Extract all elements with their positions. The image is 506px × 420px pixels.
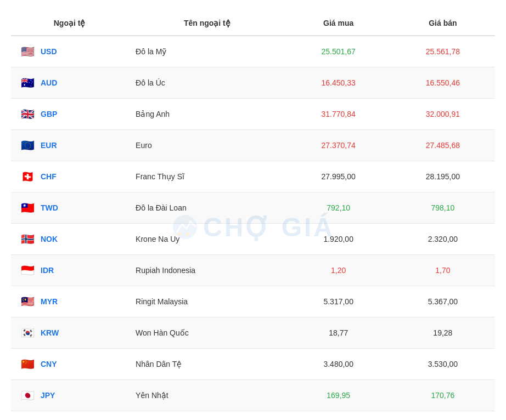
- currency-cell-cad: 🇨🇦 CAD: [11, 411, 128, 421]
- currency-name-eur: Euro: [128, 130, 286, 161]
- flag-icon-usd: 🇺🇸: [19, 43, 36, 60]
- currency-cell-krw: 🇰🇷 KRW: [11, 317, 128, 349]
- currency-cell-cny: 🇨🇳 CNY: [11, 349, 128, 380]
- table-row: 🇨🇭 CHF Franc Thụy Sĩ27.995,0028.195,00: [11, 161, 495, 192]
- currency-name-usd: Đô la Mỹ: [128, 36, 286, 67]
- buy-price-myr: 5.317,00: [286, 286, 391, 317]
- sell-price-jpy: 170,76: [391, 380, 495, 411]
- table-row: 🇨🇦 CAD Đô la Canada18.530,0018.630,00: [11, 411, 495, 421]
- table-row: 🇺🇸 USD Đô la Mỹ25.501,6725.561,78: [11, 36, 495, 67]
- table-row: 🇦🇺 AUD Đô la Úc16.450,3316.550,46: [11, 67, 495, 99]
- flag-icon-jpy: 🇯🇵: [19, 387, 36, 404]
- table-row: 🇳🇴 NOK Krone Na Uy1.920,002.320,00: [11, 224, 495, 255]
- sell-price-idr: 1,70: [391, 255, 495, 286]
- table-row: 🇲🇾 MYR Ringit Malaysia5.317,005.367,00: [11, 286, 495, 317]
- header-currency: Ngoại tệ: [11, 11, 128, 36]
- currency-cell-jpy: 🇯🇵 JPY: [11, 380, 128, 411]
- currency-name-chf: Franc Thụy Sĩ: [128, 161, 286, 192]
- currency-code-cny[interactable]: CNY: [41, 360, 57, 368]
- currency-cell-gbp: 🇬🇧 GBP: [11, 99, 128, 130]
- currency-code-aud[interactable]: AUD: [41, 78, 57, 87]
- flag-icon-chf: 🇨🇭: [19, 168, 36, 185]
- currency-name-jpy: Yên Nhật: [128, 380, 286, 411]
- table-row: 🇮🇩 IDR Rupiah Indonesia1,201,70: [11, 255, 495, 286]
- flag-icon-aud: 🇦🇺: [19, 74, 36, 92]
- currency-name-aud: Đô la Úc: [128, 67, 286, 99]
- table-row: 🇨🇳 CNY Nhân Dân Tệ3.480,003.530,00: [11, 349, 495, 380]
- header-currency-name: Tên ngoại tệ: [128, 11, 286, 36]
- currency-code-krw[interactable]: KRW: [41, 328, 59, 337]
- buy-price-krw: 18,77: [286, 317, 391, 349]
- buy-price-usd: 25.501,67: [286, 36, 391, 67]
- sell-price-nok: 2.320,00: [391, 224, 495, 255]
- flag-icon-twd: 🇹🇼: [19, 199, 36, 217]
- currency-name-cad: Đô la Canada: [128, 411, 286, 421]
- currency-code-jpy[interactable]: JPY: [41, 391, 55, 400]
- currency-cell-twd: 🇹🇼 TWD: [11, 192, 128, 224]
- flag-icon-krw: 🇰🇷: [19, 324, 36, 342]
- flag-icon-idr: 🇮🇩: [19, 262, 36, 279]
- currency-name-gbp: Bảng Anh: [128, 99, 286, 130]
- sell-price-cad: 18.630,00: [391, 411, 495, 421]
- header-buy-price: Giá mua: [286, 11, 391, 36]
- buy-price-eur: 27.370,74: [286, 130, 391, 161]
- currency-code-gbp[interactable]: GBP: [41, 110, 57, 118]
- table-row: 🇪🇺 EUR Euro27.370,7427.485,68: [11, 130, 495, 161]
- sell-price-chf: 28.195,00: [391, 161, 495, 192]
- flag-icon-myr: 🇲🇾: [19, 293, 36, 310]
- sell-price-eur: 27.485,68: [391, 130, 495, 161]
- currency-name-krw: Won Hàn Quốc: [128, 317, 286, 349]
- table-row: 🇯🇵 JPY Yên Nhật169,95170,76: [11, 380, 495, 411]
- currency-name-myr: Ringit Malaysia: [128, 286, 286, 317]
- sell-price-krw: 19,28: [391, 317, 495, 349]
- currency-code-chf[interactable]: CHF: [41, 172, 57, 181]
- sell-price-aud: 16.550,46: [391, 67, 495, 99]
- currency-cell-eur: 🇪🇺 EUR: [11, 130, 128, 161]
- flag-icon-cad: 🇨🇦: [19, 418, 36, 420]
- sell-price-myr: 5.367,00: [391, 286, 495, 317]
- sell-price-twd: 798,10: [391, 192, 495, 224]
- flag-icon-nok: 🇳🇴: [19, 230, 36, 248]
- table-header-row: Ngoại tệ Tên ngoại tệ Giá mua Giá bán: [11, 11, 495, 36]
- currency-name-cny: Nhân Dân Tệ: [128, 349, 286, 380]
- currency-name-idr: Rupiah Indonesia: [128, 255, 286, 286]
- currency-name-nok: Krone Na Uy: [128, 224, 286, 255]
- table-row: 🇹🇼 TWD Đô la Đài Loan792,10798,10: [11, 192, 495, 224]
- currency-cell-nok: 🇳🇴 NOK: [11, 224, 128, 255]
- currency-code-eur[interactable]: EUR: [41, 141, 57, 150]
- exchange-rate-table-wrapper: CHỢ GIÁ Ngoại tệ Tên ngoại tệ Giá mua Gi…: [11, 11, 495, 420]
- sell-price-usd: 25.561,78: [391, 36, 495, 67]
- buy-price-jpy: 169,95: [286, 380, 391, 411]
- flag-icon-eur: 🇪🇺: [19, 137, 36, 154]
- table-row: 🇰🇷 KRW Won Hàn Quốc18,7719,28: [11, 317, 495, 349]
- buy-price-idr: 1,20: [286, 255, 391, 286]
- buy-price-aud: 16.450,33: [286, 67, 391, 99]
- currency-code-usd[interactable]: USD: [41, 47, 57, 56]
- currency-cell-usd: 🇺🇸 USD: [11, 36, 128, 67]
- currency-cell-chf: 🇨🇭 CHF: [11, 161, 128, 192]
- currency-name-twd: Đô la Đài Loan: [128, 192, 286, 224]
- buy-price-cny: 3.480,00: [286, 349, 391, 380]
- currency-code-nok[interactable]: NOK: [41, 235, 58, 243]
- currency-code-myr[interactable]: MYR: [41, 297, 58, 306]
- sell-price-gbp: 32.000,91: [391, 99, 495, 130]
- sell-price-cny: 3.530,00: [391, 349, 495, 380]
- flag-icon-cny: 🇨🇳: [19, 355, 36, 373]
- currency-cell-myr: 🇲🇾 MYR: [11, 286, 128, 317]
- buy-price-gbp: 31.770,84: [286, 99, 391, 130]
- flag-icon-gbp: 🇬🇧: [19, 105, 36, 123]
- buy-price-nok: 1.920,00: [286, 224, 391, 255]
- buy-price-chf: 27.995,00: [286, 161, 391, 192]
- currency-cell-idr: 🇮🇩 IDR: [11, 255, 128, 286]
- buy-price-cad: 18.530,00: [286, 411, 391, 421]
- currency-table: Ngoại tệ Tên ngoại tệ Giá mua Giá bán 🇺🇸…: [11, 11, 495, 420]
- table-row: 🇬🇧 GBP Bảng Anh31.770,8432.000,91: [11, 99, 495, 130]
- header-sell-price: Giá bán: [391, 11, 495, 36]
- currency-code-idr[interactable]: IDR: [41, 266, 54, 275]
- currency-code-twd[interactable]: TWD: [41, 203, 58, 212]
- currency-cell-aud: 🇦🇺 AUD: [11, 67, 128, 99]
- buy-price-twd: 792,10: [286, 192, 391, 224]
